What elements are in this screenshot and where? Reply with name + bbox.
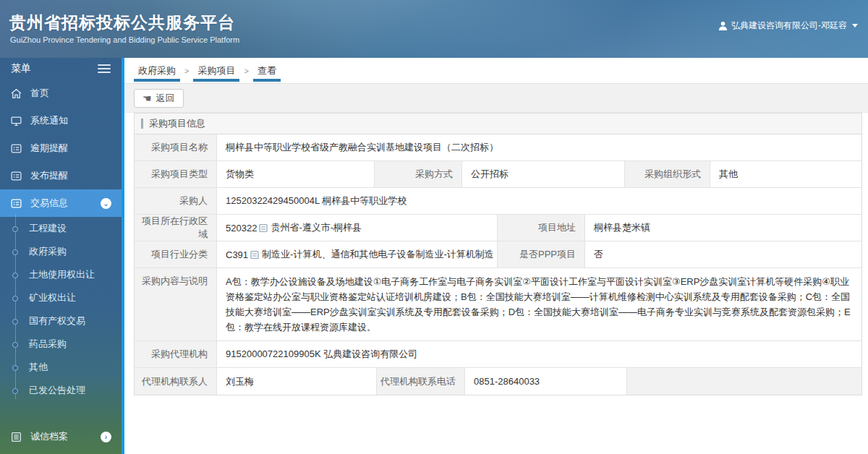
- submenu-item-gov-procurement[interactable]: 政府采购: [0, 240, 122, 263]
- list-icon: [10, 431, 22, 443]
- field-label: 采购组织形式: [625, 161, 710, 187]
- table-row: 采购内容与说明 A包：教学办公设施设备及场地建设①电子商务工作室与电子商务实训室…: [135, 268, 861, 341]
- user-name: 弘典建设咨询有限公司-邓廷容: [731, 20, 847, 32]
- sidebar-item-label: 系统通知: [30, 114, 68, 127]
- main-content: 政府采购 > 采购项目 > 查看 ☚ 返回 采购项目信息 采购项目名称 桐梓县中…: [124, 58, 868, 454]
- field-label: 采购代理机构: [135, 341, 217, 367]
- region-text: 贵州省-遵义市-桐梓县: [271, 221, 362, 234]
- submenu-item-published-announcements[interactable]: 已发公告处理: [0, 379, 122, 402]
- hamburger-icon[interactable]: [98, 62, 111, 75]
- chevron-down-icon: [852, 24, 858, 27]
- industry-picker-icon[interactable]: [250, 250, 259, 260]
- sidebar-item-label: 诚信档案: [30, 430, 68, 443]
- sidebar-item-trade-info[interactable]: 交易信息 ⌄: [0, 189, 122, 217]
- ppp-value: 否: [585, 241, 861, 267]
- submenu-item-state-property[interactable]: 国有产权交易: [0, 309, 122, 333]
- field-label: 采购人: [135, 188, 217, 214]
- sidebar-item-overdue-reminder[interactable]: 逾期提醒: [0, 134, 122, 162]
- sidebar-item-home[interactable]: 首页: [0, 80, 122, 107]
- monitor-icon: [10, 115, 22, 127]
- submenu-item-engineering[interactable]: 工程建设: [0, 217, 122, 240]
- header-banner: 贵州省招标投标公共服务平台 GuiZhou Province Tendering…: [0, 0, 868, 58]
- sidebar: 菜单 首页 系统通知 逾期提醒 发布提醒 交易信息 ⌄ 工程建设 政府采购 土地…: [0, 58, 122, 454]
- section-accent-bar: [141, 119, 143, 129]
- breadcrumb: 政府采购 > 采购项目 > 查看: [124, 58, 868, 84]
- field-label: 采购项目类型: [135, 161, 217, 187]
- platform-subtitle: GuiZhou Province Tendering and Bidding P…: [10, 35, 239, 44]
- submenu-item-land-rights[interactable]: 土地使用权出让: [0, 263, 122, 286]
- region-value: 520322 贵州省-遵义市-桐梓县: [217, 215, 498, 241]
- procurement-method-value: 公开招标: [462, 161, 625, 187]
- back-hand-icon: ☚: [142, 93, 152, 103]
- sidebar-item-integrity-archive[interactable]: 诚信档案 ›: [0, 423, 122, 450]
- table-row: 采购代理机构 91520000722109905K 弘典建设咨询有限公司: [135, 341, 861, 368]
- field-label: 采购方式: [375, 161, 462, 187]
- breadcrumb-separator: >: [239, 58, 252, 83]
- field-label: 采购项目名称: [135, 134, 217, 160]
- document-icon: [10, 197, 22, 210]
- breadcrumb-gov-procurement[interactable]: 政府采购: [134, 58, 180, 83]
- breadcrumb-view[interactable]: 查看: [253, 58, 281, 83]
- org-form-value: 其他: [710, 161, 861, 187]
- breadcrumb-procurement-project[interactable]: 采购项目: [193, 58, 239, 83]
- sidebar-item-system-notice[interactable]: 系统通知: [0, 107, 122, 134]
- field-label: 代理机构联系电话: [377, 368, 465, 395]
- table-row: 项目行业分类 C391 制造业-计算机、通信和其他电子设备制造业-计算机制造 是…: [135, 241, 861, 268]
- sidebar-item-label: 发布提醒: [30, 169, 68, 182]
- chevron-down-circle-icon[interactable]: ⌄: [101, 198, 111, 209]
- procurement-content-value: A包：教学办公设施设备及场地建设①电子商务工作室与电子商务实训室②平面设计工作室…: [217, 268, 861, 340]
- sidebar-item-publish-reminder[interactable]: 发布提醒: [0, 162, 122, 189]
- industry-value: C391 制造业-计算机、通信和其他电子设备制造业-计算机制造: [217, 241, 498, 267]
- panel-title: 采购项目信息: [149, 117, 205, 130]
- toolbar: ☚ 返回: [124, 84, 868, 113]
- user-icon: [718, 21, 728, 30]
- project-info-panel: 采购项目信息 采购项目名称 桐梓县中等职业学校省级产教融合实训基地建设项目（二次…: [134, 113, 862, 395]
- table-row: 代理机构联系人 刘玉梅 代理机构联系电话 0851-28640033: [135, 368, 861, 395]
- field-label: 项目地址: [498, 215, 585, 241]
- project-name-value: 桐梓县中等职业学校省级产教融合实训基地建设项目（二次招标）: [217, 134, 861, 160]
- purchaser-value: 12520322429450004L 桐梓县中等职业学校: [217, 188, 861, 214]
- panel-header: 采购项目信息: [135, 113, 861, 134]
- sidebar-item-label: 交易信息: [30, 197, 68, 210]
- submenu-item-mining-rights[interactable]: 矿业权出让: [0, 286, 122, 309]
- sidebar-item-account-settings[interactable]: 帐户设置 ›: [0, 450, 122, 454]
- agency-value: 91520000722109905K 弘典建设咨询有限公司: [217, 341, 861, 367]
- project-address-value: 桐梓县楚米镇: [585, 215, 861, 241]
- sidebar-item-label: 逾期提醒: [30, 142, 68, 155]
- submenu-item-drug-procurement[interactable]: 药品采购: [0, 333, 122, 356]
- document-icon: [10, 142, 22, 155]
- industry-code: C391: [226, 249, 248, 260]
- document-icon: [10, 170, 22, 182]
- user-menu[interactable]: 弘典建设咨询有限公司-邓廷容: [718, 20, 858, 32]
- submenu-item-other[interactable]: 其他: [0, 356, 122, 379]
- chevron-right-circle-icon[interactable]: ›: [101, 432, 111, 442]
- table-row: 采购项目名称 桐梓县中等职业学校省级产教融合实训基地建设项目（二次招标）: [135, 134, 861, 161]
- back-button-label: 返回: [156, 92, 175, 105]
- field-label: 项目所在行政区域: [135, 215, 217, 241]
- industry-text: 制造业-计算机、通信和其他电子设备制造业-计算机制造: [262, 248, 494, 261]
- agency-contact-value: 刘玉梅: [217, 368, 377, 395]
- table-row: 采购人 12520322429450004L 桐梓县中等职业学校: [135, 188, 861, 215]
- region-picker-icon[interactable]: [259, 223, 268, 233]
- agency-phone-value: 0851-28640033: [465, 368, 627, 395]
- field-label: 代理机构联系人: [135, 368, 217, 395]
- region-code: 520322: [226, 223, 257, 234]
- menu-title: 菜单: [11, 62, 31, 75]
- table-row: 采购项目类型 货物类 采购方式 公开招标 采购组织形式 其他: [135, 161, 861, 188]
- sidebar-item-label: 首页: [30, 87, 49, 100]
- project-type-value: 货物类: [217, 161, 375, 187]
- table-row: 项目所在行政区域 520322 贵州省-遵义市-桐梓县 项目地址 桐梓县楚米镇: [135, 215, 861, 241]
- trade-info-submenu: 工程建设 政府采购 土地使用权出让 矿业权出让 国有产权交易 药品采购 其他 已…: [0, 217, 122, 412]
- back-button[interactable]: ☚ 返回: [134, 89, 184, 108]
- breadcrumb-separator: >: [180, 58, 193, 83]
- field-label: 项目行业分类: [135, 241, 217, 267]
- sidebar-menu-header: 菜单: [0, 58, 122, 80]
- empty-cell: [627, 368, 861, 395]
- home-icon: [10, 87, 22, 100]
- field-label: 采购内容与说明: [135, 268, 217, 340]
- field-label: 是否PPP项目: [498, 241, 585, 267]
- platform-title: 贵州省招标投标公共服务平台: [9, 12, 235, 34]
